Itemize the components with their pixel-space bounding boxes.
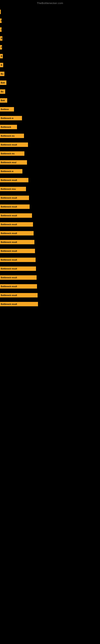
bar-label-25: Bottleneck result <box>1 232 17 234</box>
bar-label-30: Bottleneck result <box>1 276 17 279</box>
bar-label-23: Bottleneck result <box>1 214 17 217</box>
bar-20: Bottleneck resu <box>0 187 26 191</box>
bar-4: F <box>0 45 2 50</box>
bar-row: Bottleneck result <box>0 229 100 238</box>
bar-23: Bottleneck result <box>0 213 32 218</box>
bar-7: Bo <box>0 72 4 76</box>
bar-row: Bott <box>0 78 100 87</box>
bar-label-22: Bottleneck result <box>1 206 17 208</box>
bar-label-26: Bottleneck result <box>1 241 17 243</box>
bar-label-31: Bottleneck result <box>1 285 17 288</box>
bar-15: Bottleneck result <box>0 142 28 147</box>
bar-10: Bott <box>0 98 7 103</box>
bar-6: B <box>0 63 3 67</box>
bar-label-27: Bottleneck result <box>1 250 17 252</box>
bar-31: Bottleneck result <box>0 284 37 288</box>
bar-row: B <box>0 34 100 43</box>
bar-13: Bottleneck <box>0 125 17 129</box>
bar-label-5: B <box>1 55 2 57</box>
bar-row: Bottleneck result <box>0 282 100 291</box>
bar-row: | <box>0 8 100 16</box>
bar-row: B <box>0 60 100 70</box>
bar-label-29: Bottleneck result <box>1 268 17 270</box>
bar-16: Bottleneck res <box>0 151 24 156</box>
bar-row: Bottleneck result <box>0 211 100 220</box>
bar-label-4: F <box>1 46 2 48</box>
bar-1: F <box>0 18 1 23</box>
bar-24: Bottleneck result <box>0 222 33 226</box>
bar-27: Bottleneck result <box>0 249 35 253</box>
bar-row: Bottleneck result <box>0 202 100 211</box>
bar-row: Bottleneck res <box>0 132 100 140</box>
bar-28: Bottleneck result <box>0 258 36 262</box>
bar-26: Bottleneck result <box>0 240 34 244</box>
bar-row: Bottleneck result <box>0 300 100 308</box>
bar-row: Bottleneck result <box>0 176 100 184</box>
bar-label-11: Bottlene <box>1 108 9 110</box>
bar-2: I <box>0 27 1 32</box>
bar-row: F <box>0 43 100 52</box>
bar-label-21: Bottleneck result <box>1 197 17 199</box>
bar-row: Bottleneck result <box>0 220 100 229</box>
bar-label-14: Bottleneck res <box>1 135 15 137</box>
bar-5: B <box>0 54 3 58</box>
bar-row: Bottleneck resul <box>0 158 100 167</box>
bar-label-16: Bottleneck res <box>1 152 15 155</box>
bar-label-18: Bottleneck re <box>1 170 13 172</box>
bar-row: Bottleneck <box>0 122 100 132</box>
bar-0: | <box>0 10 1 14</box>
bar-21: Bottleneck result <box>0 196 29 200</box>
bar-row: Bo <box>0 87 100 96</box>
bar-label-6: B <box>1 64 2 66</box>
bar-row: Bott <box>0 96 100 105</box>
bar-row: B <box>0 52 100 60</box>
bar-row: Bottleneck re <box>0 114 100 122</box>
bar-12: Bottleneck re <box>0 116 22 120</box>
bar-label-32: Bottleneck result <box>1 294 17 296</box>
bar-label-13: Bottleneck <box>1 126 11 128</box>
bar-9: Bo <box>0 89 5 94</box>
bar-label-17: Bottleneck resul <box>1 162 16 164</box>
bar-33: Bottleneck result <box>0 302 38 306</box>
bar-label-3: B <box>1 38 2 40</box>
bar-label-10: Bott <box>1 100 5 102</box>
bar-row: Bottlene <box>0 105 100 114</box>
bar-32: Bottleneck result <box>0 293 38 298</box>
bar-label-2: I <box>1 28 1 31</box>
bar-25: Bottleneck result <box>0 231 34 236</box>
bar-row: Bottleneck result <box>0 273 100 282</box>
bar-row: Bottleneck result <box>0 264 100 273</box>
bar-row: Bottleneck resu <box>0 184 100 194</box>
bar-label-8: Bott <box>1 82 5 84</box>
bar-row: Bottleneck re <box>0 167 100 176</box>
bar-3: B <box>0 36 2 41</box>
bar-8: Bott <box>0 80 6 85</box>
bar-label-19: Bottleneck result <box>1 179 17 181</box>
bar-row: Bottleneck result <box>0 140 100 149</box>
bar-row: Bottleneck res <box>0 149 100 158</box>
bar-label-7: Bo <box>1 73 3 75</box>
bar-18: Bottleneck re <box>0 169 22 174</box>
bar-row: F <box>0 16 100 25</box>
bar-label-1: F <box>1 20 1 22</box>
bar-label-12: Bottleneck re <box>1 117 13 119</box>
bar-row: Bottleneck result <box>0 238 100 246</box>
site-title: TheBottlenecker.com <box>0 0 100 6</box>
bar-row: Bottleneck result <box>0 194 100 202</box>
bar-label-9: Bo <box>1 90 3 93</box>
bars-container: |FIBFBBBoBottBoBottBottleneBottleneck re… <box>0 6 100 308</box>
bar-row: Bottleneck result <box>0 246 100 256</box>
bar-row: Bottleneck result <box>0 291 100 300</box>
bar-30: Bottleneck result <box>0 275 37 280</box>
bar-19: Bottleneck result <box>0 178 28 182</box>
bar-label-28: Bottleneck result <box>1 259 17 261</box>
bar-label-20: Bottleneck resu <box>1 188 16 190</box>
bar-label-24: Bottleneck result <box>1 224 17 226</box>
bar-row: Bottleneck result <box>0 256 100 264</box>
bar-29: Bottleneck result <box>0 266 36 271</box>
bar-row: I <box>0 25 100 34</box>
bar-label-15: Bottleneck result <box>1 144 17 146</box>
bar-11: Bottlene <box>0 107 14 112</box>
bar-17: Bottleneck resul <box>0 160 27 164</box>
bar-14: Bottleneck res <box>0 134 24 138</box>
